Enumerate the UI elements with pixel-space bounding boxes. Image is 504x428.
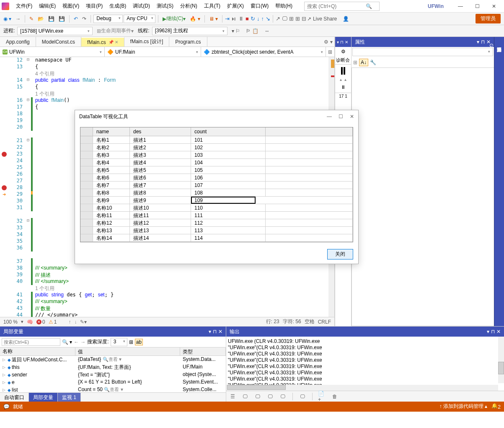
add-icon[interactable]: 📄+ (318, 392, 327, 401)
undo-icon[interactable]: ↶ (72, 15, 80, 23)
cell-name[interactable]: 名称10 (93, 204, 130, 211)
breakpoint-gutter[interactable] (0, 305, 8, 312)
step-into-icon[interactable]: ⇥ (225, 16, 230, 22)
stack-frame-icon[interactable]: 🏳 📋 (244, 27, 260, 35)
source-control[interactable]: ↑ 添加到源代码管理 ▴ (439, 403, 488, 410)
breakpoint-gutter[interactable] (0, 252, 8, 258)
save-icon[interactable]: 💾 (47, 15, 56, 23)
code-line[interactable]: 41 public string des { get; set; } (0, 292, 328, 298)
cell-count[interactable]: 114 (191, 234, 266, 241)
breakpoint-gutter[interactable] (0, 292, 8, 298)
row-header[interactable] (80, 159, 93, 166)
tool-icon[interactable]: ab (135, 339, 143, 345)
nav-fwd-icon[interactable]: → (14, 15, 22, 23)
code-line[interactable]: 13{ (0, 64, 328, 70)
output-tool-icon[interactable]: ☰ (228, 392, 237, 401)
cell-des[interactable]: 描述7 (130, 182, 191, 189)
row-header[interactable] (80, 204, 93, 211)
close-button[interactable]: ✕ (486, 1, 502, 12)
locals-row[interactable]: ▷◆ sender{Text = "测试"}object {Syste... (0, 371, 226, 379)
menu-tools[interactable]: 工具(T) (201, 1, 224, 11)
row-header[interactable] (80, 197, 93, 204)
breakpoint-gutter[interactable] (0, 245, 8, 252)
cell-des[interactable]: 描述2 (130, 144, 191, 151)
alphabetical-icon[interactable]: A↓ (359, 59, 368, 66)
cell-name[interactable]: 名称6 (93, 174, 130, 181)
code-text[interactable]: /// 数量 (33, 305, 51, 312)
cell-count[interactable]: 103 (191, 151, 266, 158)
breakpoint-gutter[interactable] (0, 238, 8, 245)
output-tool-icon[interactable]: 🖵 (278, 392, 287, 401)
code-text[interactable] (33, 131, 35, 137)
code-line[interactable]: 42 /// <summary> (0, 298, 328, 305)
pause-icon[interactable]: ⏸ (238, 16, 244, 22)
code-line[interactable]: 16⊟ public fMain() (0, 97, 328, 104)
tool-icon[interactable]: ⊞ (129, 339, 133, 345)
row-header[interactable] (80, 174, 93, 181)
cell-name[interactable]: 名称14 (93, 234, 130, 241)
search-input[interactable] (307, 3, 366, 9)
code-text[interactable] (33, 151, 35, 158)
cell-count[interactable]: 102 (191, 144, 266, 151)
breakpoint-gutter[interactable] (0, 57, 8, 64)
col-count[interactable]: count (191, 127, 266, 136)
menu-edit[interactable]: 编辑(E) (36, 1, 59, 11)
cell-des[interactable]: 描述6 (130, 174, 191, 181)
output-tool-icon[interactable]: 🖵 (298, 392, 307, 401)
breakpoint-gutter[interactable] (0, 111, 8, 117)
nav-class[interactable]: 🔶UF.fMain (105, 47, 201, 57)
panel-dropdown-icon[interactable]: ▾ (209, 329, 211, 335)
user-icon[interactable]: 👤 (341, 15, 351, 23)
cell-name[interactable]: 名称7 (93, 182, 130, 189)
cell-name[interactable]: 名称12 (93, 219, 130, 226)
breakpoint-gutter[interactable] (0, 265, 8, 272)
code-line[interactable]: 12⊟namespace UF (0, 57, 328, 64)
cell-des[interactable]: 描述10 (130, 204, 191, 211)
row-header[interactable] (80, 227, 93, 234)
code-text[interactable] (33, 164, 35, 171)
code-text[interactable]: /// 描述 (33, 272, 51, 278)
nav-back-icon[interactable]: ◉ ▾ (2, 15, 13, 23)
tab-modelconst[interactable]: ModelConst.cs (36, 37, 81, 47)
code-text[interactable]: { (33, 104, 38, 111)
close-button[interactable]: 关闭 (327, 249, 353, 259)
code-text[interactable] (33, 191, 35, 198)
grid-row[interactable]: 名称4描述4104 (80, 159, 353, 166)
breakpoint-gutter[interactable] (0, 312, 8, 317)
col-name[interactable]: 名称 (0, 348, 75, 355)
cell-count[interactable]: 107 (191, 182, 266, 189)
code-text[interactable]: 1 个引用 (33, 285, 54, 292)
output-h-scrollbar[interactable] (226, 385, 498, 391)
menu-view[interactable]: 视图(V) (59, 1, 83, 11)
code-line[interactable]: 14⊟ public partial class fMain : Form (0, 77, 328, 84)
tab-overflow-icon[interactable]: ▾ (330, 39, 333, 45)
dialog-minimize-icon[interactable]: — (327, 114, 332, 119)
breakpoint-gutter[interactable] (0, 298, 8, 305)
error-count[interactable]: ✕0 (36, 319, 45, 325)
code-text[interactable] (33, 137, 35, 144)
delete-icon[interactable]: 🗑 (330, 392, 339, 401)
fold-toggle[interactable]: ⊟ (25, 57, 31, 64)
breakpoint-gutter[interactable] (0, 64, 8, 70)
open-icon[interactable]: 📂 (36, 15, 46, 23)
code-text[interactable]: { (33, 64, 38, 70)
thread-dropdown[interactable]: [39628] 主线程 (152, 27, 227, 35)
zoom-level[interactable]: 100 % (3, 319, 18, 325)
code-text[interactable] (33, 178, 35, 184)
tab-fmain-design[interactable]: fMain.cs [设计] (124, 37, 170, 47)
thread-tool-icon[interactable]: ▾ ⚐ (230, 27, 242, 35)
split-icon[interactable]: ⊞ (326, 47, 334, 57)
col-value[interactable]: 值 (75, 348, 180, 355)
tab-autos[interactable]: 自动窗口 (0, 393, 29, 402)
breakpoint-icon[interactable] (0, 151, 8, 158)
cell-des[interactable]: 描述13 (130, 227, 191, 234)
code-line[interactable]: 39 /// 描述 (0, 272, 328, 278)
code-text[interactable]: /// </summary> (33, 312, 78, 317)
cell-name[interactable]: 名称2 (93, 144, 130, 151)
row-header[interactable] (80, 182, 93, 189)
depth-dropdown[interactable]: 3 (111, 338, 127, 346)
live-share[interactable]: ↗ Live Share (307, 16, 337, 22)
grid-row[interactable]: 名称1描述1101 (80, 136, 353, 144)
tab-locals[interactable]: 局部变量 (29, 393, 58, 402)
pin-icon[interactable]: 📌 ✕ (109, 40, 118, 44)
